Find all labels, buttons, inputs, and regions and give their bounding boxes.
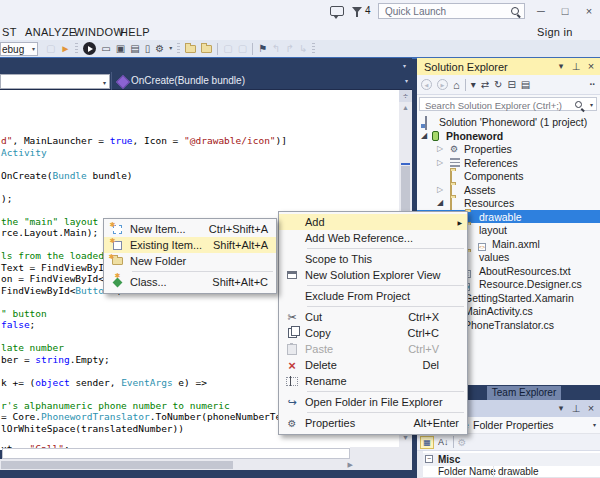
menu-window[interactable]: WINDOW: [74, 26, 124, 38]
property-row-folder-name[interactable]: Folder Name drawable: [423, 466, 600, 478]
menu-item-paste-disabled[interactable]: Paste Ctrl+V: [279, 341, 467, 357]
device-manager-icon[interactable]: [201, 45, 212, 53]
bookmark-icon[interactable]: ⚑: [258, 41, 267, 56]
collapse-category-icon[interactable]: −: [425, 455, 433, 463]
menu-analyze[interactable]: ANALYZE: [25, 26, 76, 38]
menu-item-add[interactable]: Add ▶: [279, 214, 467, 230]
menu-item-scope-to-this[interactable]: Scope to This: [279, 251, 467, 267]
expand-arrow[interactable]: ▷: [437, 158, 443, 167]
menu-item-rename[interactable]: Rename: [279, 373, 467, 389]
document-well-dropdown-icon[interactable]: ▾: [403, 62, 406, 69]
scroll-down-icon[interactable]: ▼: [399, 434, 412, 441]
close-button[interactable]: ×: [582, 4, 596, 18]
menu-item-cut[interactable]: ✂ Cut Ctrl+X: [279, 309, 467, 325]
attach-icon[interactable]: ►: [60, 41, 70, 56]
sync-active-document-icon[interactable]: ⇄: [481, 79, 489, 90]
feedback-icon[interactable]: [330, 6, 344, 16]
collapse-all-icon[interactable]: ⊟: [507, 79, 515, 90]
window-position-icon[interactable]: ▾: [554, 402, 568, 415]
submenu-item-class[interactable]: ✱ Class... Shift+Alt+C: [104, 274, 276, 290]
scroll-right-icon[interactable]: ▶: [348, 461, 353, 469]
nav-back-disabled-icon[interactable]: ↰: [272, 41, 280, 56]
menu-item-open-folder-in-file-explorer[interactable]: ↪ Open Folder in File Explorer: [279, 394, 467, 410]
pin-icon[interactable]: ⊥: [569, 60, 583, 73]
close-icon[interactable]: ×: [584, 60, 598, 73]
doc-disabled-icon[interactable]: ▢: [238, 41, 247, 56]
menu-item-delete[interactable]: × Delete Del: [279, 357, 467, 373]
expand-arrow[interactable]: ◢: [421, 131, 427, 140]
nav-more-disabled-icon[interactable]: ↳: [299, 41, 307, 56]
sign-in-link[interactable]: Sign in: [537, 26, 573, 38]
expand-arrow[interactable]: ▷: [437, 185, 443, 194]
console-icon[interactable]: ▤: [130, 41, 139, 56]
doc-disabled-icon[interactable]: ▢: [223, 41, 232, 56]
filter-icon[interactable]: ▾: [471, 79, 476, 90]
chevron-down-icon[interactable]: ▾: [169, 41, 172, 56]
member-dropdown[interactable]: OnCreate(Bundle bundle): [131, 75, 245, 86]
class-icon: ✱: [104, 279, 130, 286]
chevron-down-icon[interactable]: ▾: [405, 77, 408, 84]
sdk-manager-icon[interactable]: [185, 45, 196, 53]
expand-arrow[interactable]: ◢: [437, 198, 443, 207]
tree-item-resources[interactable]: ◢ Resources: [417, 196, 600, 210]
editor-splitter-handle[interactable]: ÷: [399, 90, 412, 102]
tab-team-explorer[interactable]: Team Explorer: [487, 386, 561, 400]
sort-alphabetical-icon[interactable]: A↓: [438, 437, 449, 447]
tree-item-solution[interactable]: Solution 'Phoneword' (1 project): [417, 115, 600, 129]
expand-arrow[interactable]: ▷: [437, 144, 443, 153]
disabled-tool-icon[interactable]: ▢: [46, 41, 55, 56]
scroll-up-icon[interactable]: ▲: [399, 104, 412, 111]
menu-help[interactable]: HELP: [120, 26, 150, 38]
debug-configuration-combo[interactable]: ebug ▾: [0, 42, 38, 56]
horizontal-scrollbar[interactable]: ▶: [0, 459, 356, 470]
property-value[interactable]: drawable: [498, 466, 539, 477]
maximize-button[interactable]: □: [558, 4, 572, 18]
chevron-down-icon: ▾: [103, 79, 106, 86]
pin-icon[interactable]: ⊥: [569, 402, 583, 415]
target-device-icon[interactable]: ▭: [101, 41, 110, 56]
tree-item-properties[interactable]: ▷ ⚙ Properties: [417, 142, 600, 156]
solution-explorer-titlebar[interactable]: Solution Explorer ▾ ⊥ ×: [417, 58, 600, 75]
home-icon[interactable]: ⌂: [453, 79, 460, 91]
menu-item-exclude-from-project[interactable]: Exclude From Project: [279, 288, 467, 304]
menu-item-properties[interactable]: ⚙ Properties Alt+Enter: [279, 415, 467, 431]
minimize-button[interactable]: ─: [534, 4, 548, 18]
back-icon[interactable]: ◀: [421, 79, 432, 90]
overflow-icon[interactable]: ..: [589, 76, 595, 87]
notification-count[interactable]: 4: [365, 5, 371, 16]
settings-gear-icon[interactable]: ⚙: [155, 41, 164, 56]
property-pages-wrench-icon[interactable]: ⚙: [458, 437, 467, 448]
tree-item-phoneword-project[interactable]: ◢ Phoneword: [417, 129, 600, 143]
type-dropdown[interactable]: ▾: [0, 74, 110, 89]
device-phone-icon[interactable]: ▯: [145, 41, 151, 56]
menu-test-truncated[interactable]: ST: [2, 26, 17, 38]
nav-forward-disabled-icon[interactable]: ↱: [285, 41, 293, 56]
category-row-misc[interactable]: − Misc: [423, 453, 600, 466]
submenu-item-new-item[interactable]: ✱ New Item... Ctrl+Shift+A: [104, 221, 276, 237]
menu-item-copy[interactable]: Copy Ctrl+C: [279, 325, 467, 341]
close-icon[interactable]: ×: [584, 402, 598, 415]
code-line: late number: [1, 342, 64, 353]
submenu-item-existing-item[interactable]: ✱ Existing Item... Shift+Alt+A: [104, 237, 276, 253]
emulator-icon[interactable]: ▣: [116, 41, 125, 56]
show-all-files-icon[interactable]: ▤: [521, 79, 530, 90]
submenu-item-new-folder[interactable]: ✱ New Folder: [104, 253, 276, 269]
search-icon: [511, 7, 519, 15]
refresh-icon[interactable]: ↻: [494, 79, 502, 90]
toolbar-grip[interactable]: [312, 43, 315, 55]
notifications-filter-icon[interactable]: [352, 7, 362, 13]
tree-item-components[interactable]: Components: [417, 169, 600, 183]
tree-item-assets[interactable]: ▷ Assets: [417, 183, 600, 197]
tree-item-references[interactable]: ▷ References: [417, 156, 600, 170]
horizontal-scroll-thumb[interactable]: [1, 461, 233, 469]
categorized-icon[interactable]: ▦: [420, 436, 434, 449]
quick-launch-input[interactable]: Quick Launch: [378, 3, 525, 19]
menu-item-add-web-reference[interactable]: Add Web Reference...: [279, 230, 467, 246]
toolbar-grip[interactable]: [177, 43, 180, 55]
solution-explorer-search-input[interactable]: Search Solution Explorer (Ctrl+;) ▾: [419, 97, 597, 111]
menu-item-new-solution-explorer-view[interactable]: New Solution Explorer View: [279, 267, 467, 283]
toolbar-grip[interactable]: [75, 43, 78, 55]
window-position-icon[interactable]: ▾: [554, 60, 568, 73]
forward-icon[interactable]: ▶: [437, 79, 448, 90]
start-debug-icon[interactable]: [83, 42, 96, 55]
